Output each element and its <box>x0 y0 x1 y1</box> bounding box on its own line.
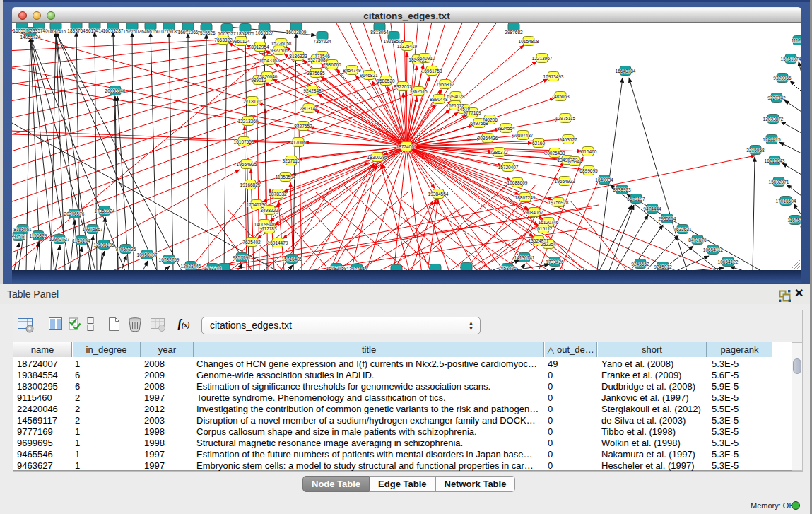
svg-text:f(x): f(x) <box>178 317 190 330</box>
svg-text:8813054: 8813054 <box>370 30 389 35</box>
svg-text:9857791: 9857791 <box>233 255 251 260</box>
svg-text:391571: 391571 <box>12 234 26 239</box>
svg-text:3875685: 3875685 <box>307 71 325 76</box>
svg-text:10719185: 10719185 <box>159 29 180 34</box>
svg-text:14055724: 14055724 <box>20 35 41 40</box>
svg-text:2987682: 2987682 <box>505 30 523 35</box>
svg-text:8990448: 8990448 <box>430 97 448 102</box>
svg-text:18807249: 18807249 <box>515 195 536 200</box>
svg-text:16961758: 16961758 <box>422 69 442 74</box>
svg-text:6679197: 6679197 <box>627 197 645 201</box>
svg-text:1527602: 1527602 <box>123 29 141 34</box>
svg-text:9242848: 9242848 <box>303 88 322 93</box>
svg-text:1292344: 1292344 <box>204 266 222 271</box>
svg-text:19975867: 19975867 <box>83 227 103 232</box>
svg-text:7955812: 7955812 <box>436 82 454 87</box>
svg-text:1640934: 1640934 <box>595 177 613 182</box>
svg-text:3267110: 3267110 <box>283 158 300 163</box>
svg-text:8938923: 8938923 <box>613 187 631 192</box>
svg-text:1362615: 1362615 <box>409 89 428 94</box>
svg-text:989012: 989012 <box>251 78 266 83</box>
svg-text:1605572: 1605572 <box>13 28 31 33</box>
svg-text:3498222: 3498222 <box>260 208 278 213</box>
svg-text:20053346: 20053346 <box>105 88 126 93</box>
svg-text:7485063: 7485063 <box>551 94 570 99</box>
svg-text:19166825: 19166825 <box>240 182 261 187</box>
svg-text:8454749: 8454749 <box>343 68 361 73</box>
svg-text:9115460: 9115460 <box>579 149 597 154</box>
svg-text:3215958: 3215958 <box>746 148 765 153</box>
svg-text:12505135: 12505135 <box>94 243 114 247</box>
svg-text:8878332: 8878332 <box>269 192 287 197</box>
svg-text:10654122: 10654122 <box>718 259 739 264</box>
svg-text:9245652: 9245652 <box>631 262 649 267</box>
svg-text:175944: 175944 <box>567 159 582 164</box>
svg-text:7625402: 7625402 <box>242 240 261 245</box>
svg-text:10688609: 10688609 <box>507 180 528 185</box>
svg-text:16033287: 16033287 <box>103 28 124 33</box>
svg-text:15692971: 15692971 <box>769 180 789 185</box>
svg-text:8471676: 8471676 <box>688 238 707 243</box>
svg-text:9329966: 9329966 <box>773 76 792 81</box>
svg-text:7632621: 7632621 <box>673 227 692 232</box>
svg-text:9327508: 9327508 <box>307 57 326 62</box>
svg-text:19384554: 19384554 <box>428 192 449 197</box>
svg-text:12975115: 12975115 <box>555 116 576 121</box>
svg-text:6899695: 6899695 <box>579 168 598 173</box>
svg-text:10654112: 10654112 <box>703 247 724 252</box>
svg-text:12213369: 12213369 <box>238 119 259 124</box>
svg-text:1615112: 1615112 <box>535 226 553 231</box>
svg-text:7386372: 7386372 <box>490 150 508 155</box>
svg-text:116753: 116753 <box>787 218 801 223</box>
svg-text:11353594: 11353594 <box>276 175 296 180</box>
svg-text:8185061: 8185061 <box>13 227 32 232</box>
svg-text:2803144: 2803144 <box>300 106 318 111</box>
svg-text:10958107: 10958107 <box>137 252 158 257</box>
svg-text:18300295: 18300295 <box>367 155 388 160</box>
svg-text:6794028: 6794028 <box>447 94 465 99</box>
svg-text:1733426: 1733426 <box>546 259 564 264</box>
svg-text:19654925: 19654925 <box>237 162 257 167</box>
svg-text:20206576: 20206576 <box>64 211 85 216</box>
svg-text:16782759: 16782759 <box>326 266 347 271</box>
svg-text:62160: 62160 <box>532 141 545 146</box>
svg-text:17046736: 17046736 <box>247 202 267 207</box>
svg-text:7663822: 7663822 <box>214 37 233 42</box>
svg-text:17359924: 17359924 <box>95 209 115 214</box>
svg-text:16671365: 16671365 <box>178 30 199 35</box>
svg-text:8186323: 8186323 <box>289 54 307 59</box>
svg-text:9777169: 9777169 <box>463 110 481 115</box>
svg-text:1145194: 1145194 <box>73 238 90 243</box>
svg-text:11325419: 11325419 <box>397 44 418 49</box>
svg-text:10025438: 10025438 <box>545 151 565 156</box>
svg-text:14136141: 14136141 <box>514 255 535 260</box>
svg-text:112783: 112783 <box>261 226 277 231</box>
svg-text:9245012: 9245012 <box>654 264 672 269</box>
svg-text:10973493: 10973493 <box>543 74 564 79</box>
svg-text:2986760: 2986760 <box>323 62 341 67</box>
svg-text:1244415: 1244415 <box>763 137 781 142</box>
svg-text:19756928: 19756928 <box>548 200 569 205</box>
svg-text:12093872: 12093872 <box>763 117 784 122</box>
svg-text:16782759: 16782759 <box>159 257 180 262</box>
svg-text:20364436: 20364436 <box>478 136 498 141</box>
svg-text:15751074: 15751074 <box>781 57 801 62</box>
svg-text:9960124: 9960124 <box>232 39 250 44</box>
svg-text:16033809: 16033809 <box>286 30 307 35</box>
svg-text:10154808: 10154808 <box>519 39 539 44</box>
svg-text:12942737: 12942737 <box>49 237 70 242</box>
svg-text:17957225: 17957225 <box>116 247 136 252</box>
svg-text:12923446: 12923446 <box>181 264 201 269</box>
svg-text:9327506: 9327506 <box>270 48 288 53</box>
svg-text:20891416: 20891416 <box>46 29 66 34</box>
svg-text:1833764: 1833764 <box>67 28 86 33</box>
svg-text:6497568: 6497568 <box>470 121 488 126</box>
svg-text:16648784: 16648784 <box>616 69 636 74</box>
svg-text:1753426: 1753426 <box>498 266 517 271</box>
svg-text:8912954: 8912954 <box>251 45 269 49</box>
svg-text:12923446: 12923446 <box>347 267 367 271</box>
svg-text:7357224: 7357224 <box>313 39 331 44</box>
svg-text:17016504: 17016504 <box>776 199 796 204</box>
svg-text:2718170: 2718170 <box>243 99 261 104</box>
svg-text:8427552: 8427552 <box>294 124 312 129</box>
